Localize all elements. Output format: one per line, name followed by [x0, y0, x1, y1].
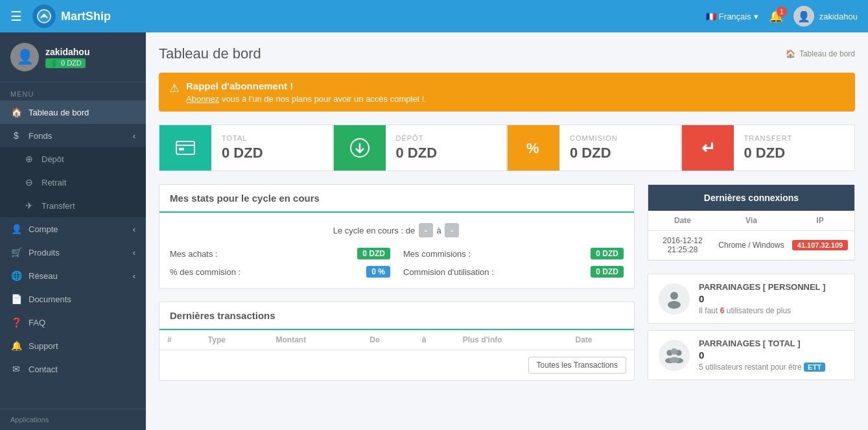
sidebar-item-depot[interactable]: ⊕ Dépôt — [0, 147, 146, 171]
notifications-button[interactable]: 🔔 1 — [769, 9, 783, 23]
total-label: TOTAL — [222, 134, 322, 142]
money-icon: 💲 — [49, 59, 58, 67]
cart-icon: 🛒 — [10, 247, 22, 257]
parrainage-total-row: PARRAINAGES [ TOTAL ] 0 5 utilisateurs r… — [648, 331, 854, 379]
sidebar-item-contact[interactable]: ✉ Contact — [0, 357, 146, 381]
cycle-label: Le cycle en cours : de — [333, 226, 415, 235]
util-label: Commision d'utilisation : — [403, 267, 494, 277]
chevron-down-icon: ▾ — [754, 12, 758, 21]
sidebar-label-tableau-de-bord: Tableau de bord — [29, 108, 89, 117]
network-icon: 🌐 — [10, 270, 22, 281]
topnav-right: 🇫🇷 Français ▾ 🔔 1 👤 zakidahou — [706, 6, 858, 27]
svg-point-12 — [671, 348, 677, 355]
col-a: à — [414, 330, 455, 350]
sidebar-sub-fonds: ⊕ Dépôt ⊖ Retrait ✈ Transfert — [0, 147, 146, 217]
sidebar-item-compte[interactable]: 👤 Compte ‹ — [0, 217, 146, 241]
hamburger-icon[interactable]: ☰ — [10, 8, 22, 24]
sidebar-item-faq[interactable]: ❓ FAQ — [0, 311, 146, 334]
total-icon — [159, 125, 211, 171]
topnav-left: ☰ MartShip — [10, 5, 111, 28]
sidebar-item-tableau-de-bord[interactable]: 🏠 Tableau de bord — [0, 101, 146, 124]
col-de: De — [362, 330, 414, 350]
col-date: Date — [568, 330, 635, 350]
achats-label: Mes achats : — [170, 249, 218, 259]
sidebar-balance: 💲 0 DZD — [45, 58, 86, 68]
svg-rect-2 — [176, 141, 194, 154]
sidebar-item-retrait[interactable]: ⊖ Retrait — [0, 171, 146, 194]
cycle-period: Le cycle en cours : de - à - — [170, 223, 624, 237]
sidebar-label-reseau: Réseau — [29, 271, 58, 281]
conn-ip-0: 41.107.32.109 — [786, 241, 854, 250]
user-avatar-top: 👤 — [793, 6, 814, 27]
sidebar-label-produits: Produits — [29, 248, 60, 257]
all-transactions-button[interactable]: Toutes les Transactions — [528, 357, 626, 374]
warning-icon: ⚠ — [169, 81, 180, 95]
pct-badge: 0 % — [366, 266, 390, 278]
dollar-icon: $ — [10, 130, 22, 141]
cycle-dash-1: - — [419, 223, 433, 237]
sidebar-item-support[interactable]: 🔔 Support — [0, 334, 146, 357]
util-badge: 0 DZD — [591, 266, 624, 278]
home-breadcrumb-icon: 🏠 — [786, 49, 795, 58]
sidebar-item-fonds[interactable]: $ Fonds ‹ — [0, 124, 146, 147]
lang-flag: 🇫🇷 — [706, 12, 716, 21]
commisions-label: Mes commisions : — [403, 249, 471, 259]
left-column: Mes stats pour le cycle en cours Le cycl… — [159, 184, 635, 394]
commision-value: 0 DZD — [570, 145, 670, 161]
support-icon: 🔔 — [10, 340, 22, 351]
svg-point-8 — [670, 292, 678, 300]
depot-icon — [334, 125, 386, 171]
menu-label: Menu — [0, 82, 146, 101]
alert-title: Rappel d'abonnement ! — [186, 80, 845, 91]
sidebar-avatar: 👤 — [10, 43, 39, 71]
logo-text: MartShip — [61, 10, 111, 23]
alert-body: Rappel d'abonnement ! Abonnez vous à l'u… — [186, 80, 845, 104]
stats-grid: Mes achats : 0 DZD Mes commisions : 0 DZ… — [170, 248, 624, 278]
sidebar-label-retrait: Retrait — [41, 178, 66, 187]
alert-message: Abonnez vous à l'un de nos plans pour av… — [186, 94, 845, 104]
conn-date-0: 2016-12-1221:25:28 — [648, 236, 717, 254]
parrainage-total-icon — [659, 340, 690, 371]
sidebar-item-transfert[interactable]: ✈ Transfert — [0, 194, 146, 217]
a-label: à — [436, 226, 441, 235]
right-column: Dernières connexions Date Via IP 2016-12… — [648, 184, 855, 394]
cycle-dash-2: - — [445, 223, 459, 237]
parrainage-total-count: 0 — [699, 350, 844, 361]
cycle-stats-body: Le cycle en cours : de - à - Mes achats … — [159, 213, 634, 288]
sidebar-label-contact: Contact — [29, 364, 58, 374]
ip-badge-0: 41.107.32.109 — [792, 240, 848, 250]
svg-text:%: % — [526, 140, 539, 156]
sidebar-item-produits[interactable]: 🛒 Produits ‹ — [0, 241, 146, 264]
parrainage-personnel-body: PARRAINAGES [ PERSONNEL ] 0 Il faut 6 ut… — [699, 282, 844, 315]
logo-icon — [32, 5, 56, 28]
conn-col-via: Via — [717, 216, 786, 225]
transfert-value: 0 DZD — [744, 145, 845, 161]
plus-circle-icon: ⊕ — [23, 154, 35, 164]
transfert-icon: ↵ — [682, 125, 734, 171]
subscribe-link[interactable]: Abonnez — [186, 94, 219, 104]
svg-point-9 — [668, 301, 681, 309]
cycle-stats-header: Mes stats pour le cycle en cours — [159, 185, 634, 213]
conn-col-date: Date — [648, 216, 717, 225]
conn-col-ip: IP — [786, 216, 854, 225]
user-menu-button[interactable]: 👤 zakidahou — [793, 6, 858, 27]
subscription-alert: ⚠ Rappel d'abonnement ! Abonnez vous à l… — [159, 73, 855, 112]
transactions-table: # Type Montant De à Plus d'info Date — [159, 330, 634, 350]
stat-card-depot: DÉPÔT 0 DZD — [333, 125, 508, 171]
sidebar-user: 👤 zakidahou 💲 0 DZD — [0, 32, 146, 82]
ett-badge: ETT — [804, 363, 825, 372]
logo: MartShip — [32, 5, 111, 28]
chevron-icon: ‹ — [133, 271, 135, 281]
sidebar-user-info: zakidahou 💲 0 DZD — [45, 47, 89, 68]
sidebar: 👤 zakidahou 💲 0 DZD Menu 🏠 Tableau de bo… — [0, 32, 146, 430]
depot-value: 0 DZD — [396, 145, 497, 161]
sidebar-item-documents[interactable]: 📄 Documents — [0, 287, 146, 311]
sidebar-item-reseau[interactable]: 🌐 Réseau ‹ — [0, 264, 146, 287]
stat-card-commision: % COMMISION 0 DZD — [507, 125, 681, 171]
depot-label: DÉPÔT — [396, 134, 497, 142]
page-header: Tableau de bord 🏠 Tableau de bord — [159, 45, 855, 62]
language-selector[interactable]: 🇫🇷 Français ▾ — [706, 12, 758, 21]
send-icon: ✈ — [23, 200, 35, 211]
svg-point-15 — [669, 357, 679, 363]
svg-point-1 — [43, 14, 46, 18]
